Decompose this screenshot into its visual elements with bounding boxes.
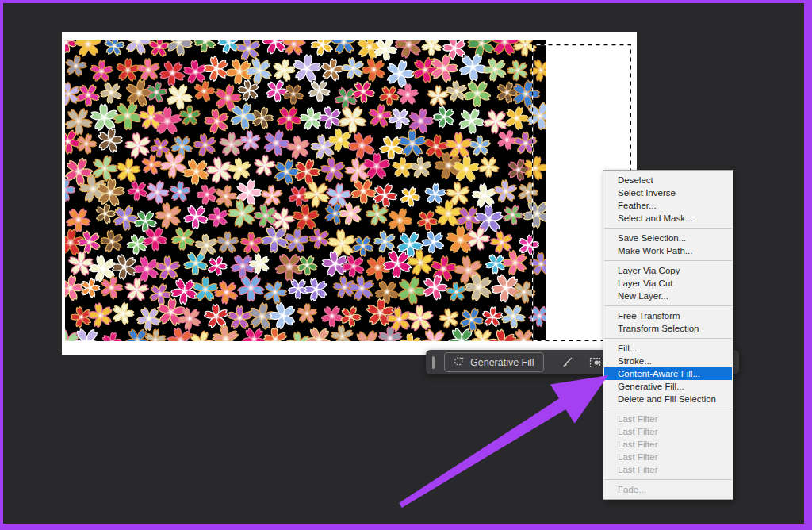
menu-item-generative-fill[interactable]: Generative Fill... (603, 380, 733, 393)
generative-fill-button[interactable]: Generative Fill (444, 352, 544, 372)
menu-separator (604, 479, 732, 480)
menu-item-last-filter: Last Filter (603, 451, 733, 463)
menu-separator (604, 305, 732, 306)
menu-item-last-filter: Last Filter (603, 463, 733, 476)
menu-item-stroke[interactable]: Stroke... (603, 355, 733, 367)
menu-item-make-work-path[interactable]: Make Work Path... (603, 244, 733, 257)
menu-item-content-aware-fill[interactable]: Content-Aware Fill... (604, 367, 732, 380)
context-menu: DeselectSelect InverseFeather...Select a… (603, 170, 733, 500)
menu-item-free-transform[interactable]: Free Transform (603, 309, 733, 322)
menu-item-last-filter: Last Filter (603, 425, 733, 438)
generative-fill-icon (454, 355, 465, 369)
menu-item-select-inverse[interactable]: Select Inverse (603, 186, 733, 199)
menu-separator (604, 338, 732, 339)
taskbar-drag-handle[interactable] (432, 356, 435, 369)
generative-fill-label: Generative Fill (470, 357, 534, 368)
photoshop-screenshot: { "workspace": { "bg": "#29292b", "frame… (0, 0, 812, 530)
menu-item-fade: Fade... (603, 483, 733, 496)
menu-item-fill[interactable]: Fill... (603, 342, 733, 355)
menu-item-delete-and-fill-selection[interactable]: Delete and Fill Selection (603, 393, 733, 405)
menu-item-deselect[interactable]: Deselect (603, 174, 733, 186)
menu-item-layer-via-copy[interactable]: Layer Via Copy (603, 264, 733, 277)
menu-item-new-layer[interactable]: New Layer... (603, 290, 733, 302)
menu-item-transform-selection[interactable]: Transform Selection (603, 322, 733, 335)
menu-item-feather[interactable]: Feather... (603, 199, 733, 212)
menu-separator (604, 228, 732, 229)
menu-item-layer-via-cut[interactable]: Layer Via Cut (603, 277, 733, 290)
menu-separator (604, 260, 732, 261)
menu-item-last-filter: Last Filter (603, 438, 733, 451)
brush-icon[interactable] (555, 353, 579, 372)
menu-item-save-selection[interactable]: Save Selection... (603, 232, 733, 244)
menu-item-select-and-mask[interactable]: Select and Mask... (603, 212, 733, 225)
menu-separator (604, 409, 732, 409)
canvas-image[interactable] (65, 40, 546, 341)
menu-item-last-filter: Last Filter (603, 413, 733, 425)
